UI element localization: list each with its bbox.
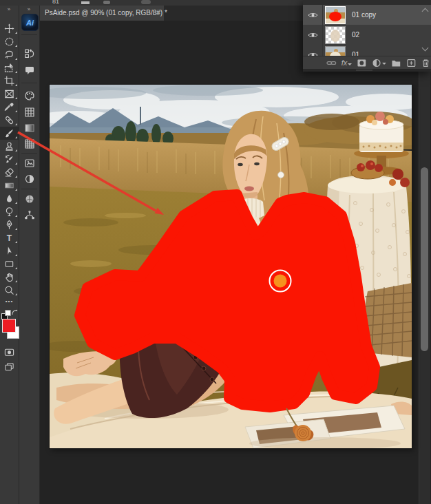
eyedropper-tool[interactable] [0,101,19,114]
eraser-tool[interactable] [0,166,19,179]
zoom-tool[interactable] [0,284,19,297]
scrollbar-thumb[interactable] [421,167,428,351]
pen-tool[interactable] [0,218,19,231]
screen-mode-button[interactable] [0,360,19,373]
object-selection-tool[interactable] [0,61,19,74]
gradients-panel-icon[interactable] [19,120,39,136]
options-bar-control [141,0,151,4]
move-tool[interactable] [0,22,19,35]
new-layer-icon[interactable] [406,59,417,67]
libraries-panel-icon[interactable] [19,156,39,171]
layer-visibility-eye[interactable] [303,5,323,25]
options-bar-control [103,1,110,4]
toolbar-expand-icon[interactable]: » [0,6,19,12]
swatches-panel-icon[interactable] [19,105,39,120]
options-bar-control [81,1,90,4]
paths-panel-icon[interactable] [19,208,39,223]
adjustment-layer-icon[interactable] [372,59,386,67]
shape-tool[interactable] [0,258,19,271]
delete-layer-icon[interactable] [421,59,431,67]
layers-panel: 01 copy 02 01 fx [303,0,431,72]
color-panel-icon[interactable] [19,88,39,103]
vertical-scrollbar[interactable] [419,21,430,504]
type-tool[interactable]: T [0,231,19,244]
gradient-tool[interactable] [0,179,19,192]
swap-colors-icon[interactable] [11,309,19,317]
frame-tool[interactable] [0,87,19,101]
blur-tool[interactable] [0,192,19,205]
layer-name[interactable]: 01 copy [352,11,376,19]
edit-toolbar-button[interactable]: ••• [0,297,19,306]
layer-row-01-copy[interactable]: 01 copy [303,5,431,25]
hand-tool[interactable] [0,271,19,284]
layer-style-icon[interactable]: fx [341,59,353,67]
healing-brush-tool[interactable] [0,114,19,127]
brush-tool[interactable] [0,127,19,140]
quick-mask-button[interactable] [0,346,19,359]
add-layer-mask-icon[interactable] [357,59,367,67]
document-tab[interactable]: PsAide.psd @ 90% (01 copy, RGB/8#) * × [39,6,164,21]
crop-tool[interactable] [0,74,19,87]
default-colors-icon[interactable] [1,310,11,319]
document-tab-title: PsAide.psd @ 90% (01 copy, RGB/8#) * [45,9,167,17]
path-selection-tool[interactable] [0,244,19,258]
canvas-document[interactable] [50,85,412,448]
materials-panel-icon[interactable] [19,191,39,207]
clone-stamp-tool[interactable] [0,140,19,153]
layer-name[interactable]: 02 [352,31,359,39]
tab-close-icon[interactable]: × [156,6,160,20]
new-group-icon[interactable] [391,59,401,67]
layer-thumbnail[interactable] [325,26,346,44]
patterns-panel-icon[interactable] [19,136,39,151]
layers-panel-footer: fx [303,56,431,69]
layer-visibility-eye[interactable] [303,25,323,45]
marquee-tool[interactable] [0,35,19,48]
photo-picnic-scene [50,85,412,448]
foreground-color-swatch[interactable] [2,319,16,333]
dodge-tool[interactable] [0,205,19,218]
history-panel-icon[interactable] [19,46,39,61]
panel-dock: » Ai [19,6,40,504]
photoshop-window: 81 » [0,0,431,504]
ai-plugin-icon[interactable]: Ai [21,14,39,31]
layer-thumbnail[interactable] [325,6,346,24]
layer-row-02[interactable]: 02 [303,25,431,45]
lasso-tool[interactable] [0,48,19,61]
adjustments-panel-icon[interactable] [19,171,39,187]
dock-expand-icon[interactable]: » [19,6,39,12]
link-layers-icon[interactable] [326,59,337,67]
brush-size-value[interactable]: 81 [52,0,59,5]
history-brush-tool[interactable] [0,153,19,166]
comments-panel-icon[interactable] [19,63,39,78]
toolbar: » [0,6,19,504]
panel-resize-notch[interactable] [356,70,372,71]
